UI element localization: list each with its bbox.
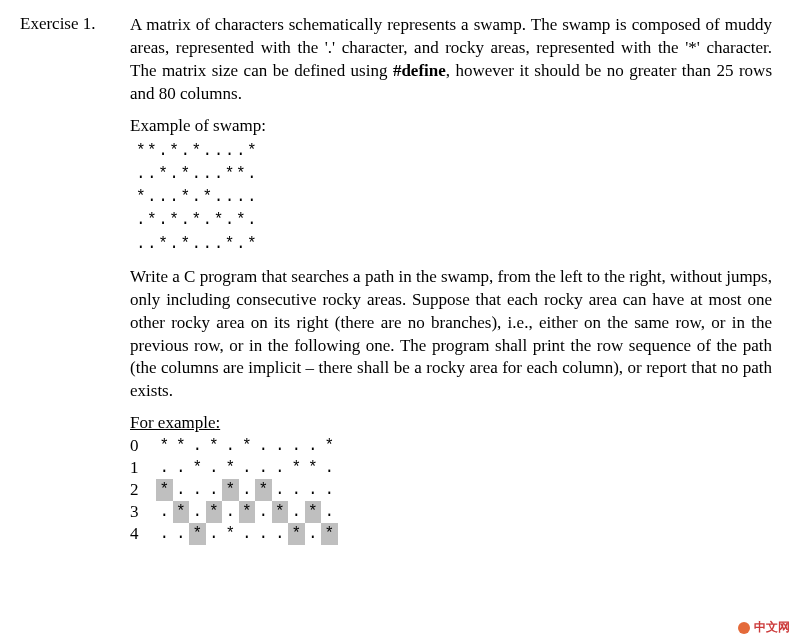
grid-cell: . bbox=[239, 523, 256, 545]
paragraph-2: Write a C program that searches a path i… bbox=[130, 266, 772, 404]
row-cells: *...*.*.... bbox=[156, 479, 338, 501]
grid-cell: . bbox=[255, 457, 272, 479]
example-grid: 0**.*.*....*1..*.*...**.2*...*.*....3.*.… bbox=[130, 435, 772, 545]
watermark-text: 中文网 bbox=[754, 619, 790, 636]
grid-cell: * bbox=[239, 501, 256, 523]
row-number: 3 bbox=[130, 502, 156, 522]
grid-cell: . bbox=[288, 501, 305, 523]
swamp-code-block: **.*.*....* ..*.*...**. *...*.*.... .*.*… bbox=[136, 140, 772, 256]
grid-cell: * bbox=[321, 523, 338, 545]
grid-cell: * bbox=[206, 501, 223, 523]
example-row: 0**.*.*....* bbox=[130, 435, 772, 457]
grid-cell: . bbox=[156, 457, 173, 479]
row-cells: .*.*.*.*.*. bbox=[156, 501, 338, 523]
example-row: 2*...*.*.... bbox=[130, 479, 772, 501]
grid-cell: * bbox=[305, 501, 322, 523]
row-number: 0 bbox=[130, 436, 156, 456]
grid-cell: . bbox=[222, 435, 239, 457]
grid-cell: * bbox=[222, 457, 239, 479]
watermark-icon bbox=[738, 622, 750, 634]
grid-cell: . bbox=[156, 523, 173, 545]
grid-cell: . bbox=[189, 435, 206, 457]
grid-cell: * bbox=[189, 523, 206, 545]
grid-cell: * bbox=[173, 501, 190, 523]
example-label: Example of swamp: bbox=[130, 116, 772, 136]
row-number: 1 bbox=[130, 458, 156, 478]
grid-cell: . bbox=[288, 435, 305, 457]
grid-cell: . bbox=[239, 479, 256, 501]
grid-cell: . bbox=[321, 457, 338, 479]
grid-cell: * bbox=[156, 479, 173, 501]
grid-cell: . bbox=[255, 523, 272, 545]
grid-cell: . bbox=[189, 479, 206, 501]
grid-cell: . bbox=[255, 435, 272, 457]
grid-cell: . bbox=[255, 501, 272, 523]
grid-cell: . bbox=[288, 479, 305, 501]
grid-cell: . bbox=[305, 479, 322, 501]
grid-cell: * bbox=[239, 435, 256, 457]
grid-cell: . bbox=[156, 501, 173, 523]
exercise-label: Exercise 1. bbox=[20, 14, 96, 33]
grid-cell: . bbox=[206, 523, 223, 545]
for-example-label: For example: bbox=[130, 413, 220, 432]
row-cells: ..*.*...*.* bbox=[156, 523, 338, 545]
example-row: 1..*.*...**. bbox=[130, 457, 772, 479]
grid-cell: . bbox=[305, 435, 322, 457]
grid-cell: . bbox=[222, 501, 239, 523]
grid-cell: . bbox=[321, 479, 338, 501]
row-cells: **.*.*....* bbox=[156, 435, 338, 457]
grid-cell: . bbox=[239, 457, 256, 479]
row-cells: ..*.*...**. bbox=[156, 457, 338, 479]
grid-cell: . bbox=[272, 435, 289, 457]
grid-cell: * bbox=[222, 523, 239, 545]
grid-cell: * bbox=[173, 435, 190, 457]
grid-cell: . bbox=[206, 479, 223, 501]
grid-cell: . bbox=[189, 501, 206, 523]
grid-cell: . bbox=[272, 479, 289, 501]
grid-cell: . bbox=[173, 523, 190, 545]
watermark: 中文网 bbox=[738, 619, 790, 636]
grid-cell: . bbox=[321, 501, 338, 523]
grid-cell: * bbox=[305, 457, 322, 479]
example-row: 3.*.*.*.*.*. bbox=[130, 501, 772, 523]
grid-cell: . bbox=[272, 457, 289, 479]
row-number: 4 bbox=[130, 524, 156, 544]
grid-cell: * bbox=[222, 479, 239, 501]
grid-cell: * bbox=[288, 523, 305, 545]
paragraph-1: A matrix of characters schematically rep… bbox=[130, 14, 772, 106]
define-keyword: #define bbox=[393, 61, 446, 80]
grid-cell: * bbox=[189, 457, 206, 479]
grid-cell: . bbox=[173, 479, 190, 501]
grid-cell: * bbox=[156, 435, 173, 457]
row-number: 2 bbox=[130, 480, 156, 500]
grid-cell: . bbox=[173, 457, 190, 479]
grid-cell: * bbox=[272, 501, 289, 523]
grid-cell: . bbox=[206, 457, 223, 479]
grid-cell: * bbox=[206, 435, 223, 457]
grid-cell: * bbox=[288, 457, 305, 479]
for-example-block: For example: 0**.*.*....*1..*.*...**.2*.… bbox=[130, 413, 772, 545]
grid-cell: * bbox=[321, 435, 338, 457]
grid-cell: * bbox=[255, 479, 272, 501]
example-row: 4..*.*...*.* bbox=[130, 523, 772, 545]
grid-cell: . bbox=[305, 523, 322, 545]
grid-cell: . bbox=[272, 523, 289, 545]
